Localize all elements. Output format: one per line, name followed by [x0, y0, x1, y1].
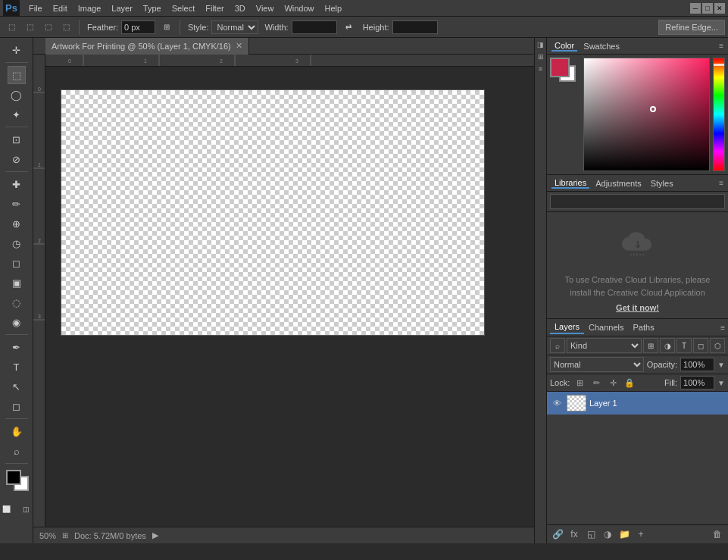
tool-shape[interactable]: ◻	[8, 397, 26, 415]
swap-dimensions-btn[interactable]: ⇄	[340, 19, 357, 36]
foreground-color[interactable]	[6, 470, 21, 485]
kind-select[interactable]: Kind	[567, 338, 642, 353]
shape-icon[interactable]: ◻	[693, 338, 708, 353]
layers-panel-menu[interactable]: ≡	[720, 324, 725, 332]
tool-path-select[interactable]: ↖	[8, 377, 26, 396]
refine-edge-button[interactable]: Refine Edge...	[658, 20, 725, 35]
layer-mask-btn[interactable]: ◱	[583, 527, 598, 542]
panel-toggle-libraries[interactable]: ⊞	[536, 52, 546, 62]
styles-tab[interactable]: Styles	[648, 179, 676, 188]
tool-gradient[interactable]: ▣	[8, 274, 26, 292]
tool-crop[interactable]: ⊡	[8, 130, 26, 149]
libraries-search-input[interactable]	[550, 194, 725, 209]
menu-bar: Ps File Edit Image Layer Type Select Fil…	[0, 0, 728, 17]
canvas-checkerboard	[61, 90, 484, 335]
svg-text:2: 2	[220, 58, 223, 64]
lock-artboards-btn[interactable]: ✛	[606, 376, 620, 389]
panel-toggle-layers[interactable]: ≡	[536, 64, 546, 74]
layer-effects-btn[interactable]: fx	[567, 527, 582, 542]
lock-all-btn[interactable]: 🔒	[623, 376, 636, 389]
tool-history-brush[interactable]: ◷	[8, 234, 26, 252]
tool-option-btn-1[interactable]: ⬚	[3, 19, 20, 36]
tab-close-btn[interactable]: ✕	[236, 41, 242, 51]
color-gradient[interactable]	[583, 58, 710, 171]
opacity-dropdown[interactable]: ▼	[717, 361, 725, 369]
tool-blur[interactable]: ◌	[8, 293, 26, 311]
menu-window[interactable]: Window	[280, 2, 318, 14]
foreground-swatch[interactable]	[550, 58, 570, 77]
canvas-scroll-area[interactable]	[45, 67, 534, 527]
tool-move[interactable]: ✛	[8, 41, 26, 59]
lock-pixels-btn[interactable]: ⊞	[573, 376, 586, 389]
color-panel-header: Color Swatches ≡	[547, 38, 728, 55]
hue-bar[interactable]	[713, 58, 725, 171]
menu-edit[interactable]: Edit	[48, 2, 72, 14]
doc-info-arrow[interactable]: ▶	[152, 530, 158, 540]
menu-file[interactable]: File	[24, 2, 47, 14]
menu-3d[interactable]: 3D	[230, 2, 250, 14]
new-adjustment-btn[interactable]: ◑	[600, 527, 615, 542]
canvas-tab-active[interactable]: Artwork For Printing @ 50% (Layer 1, CMY…	[45, 38, 249, 55]
minimize-button[interactable]: ─	[690, 3, 701, 14]
tool-brush[interactable]: ✏	[8, 195, 26, 213]
layer-item-0[interactable]: 👁 Layer 1	[547, 392, 728, 415]
feather-input[interactable]	[121, 20, 155, 34]
quick-mask-btn[interactable]: ⬜	[0, 500, 16, 518]
style-select[interactable]: Normal	[211, 20, 258, 34]
swatches-tab[interactable]: Swatches	[580, 42, 623, 51]
width-input[interactable]	[292, 20, 337, 34]
menu-image[interactable]: Image	[73, 2, 106, 14]
delete-layer-btn[interactable]: 🗑	[710, 527, 725, 542]
lock-position-btn[interactable]: ✏	[589, 376, 603, 389]
tool-option-btn-2[interactable]: ⬚	[21, 19, 38, 36]
tool-option-btn-3[interactable]: ⬚	[39, 19, 56, 36]
libraries-panel-menu[interactable]: ≡	[719, 179, 723, 187]
tool-dodge[interactable]: ◉	[8, 313, 26, 331]
tool-magic-wand[interactable]: ✦	[8, 105, 26, 124]
fill-input[interactable]	[680, 376, 714, 389]
layers-tab-paths[interactable]: Paths	[629, 321, 659, 333]
opacity-input[interactable]	[680, 358, 714, 371]
maximize-button[interactable]: □	[702, 3, 713, 14]
blend-mode-select[interactable]: Normal	[550, 357, 644, 372]
libraries-tab[interactable]: Libraries	[551, 178, 589, 189]
screen-mode-btn[interactable]: ◫	[17, 500, 34, 518]
tool-option-btn-4[interactable]: ⬚	[58, 19, 74, 36]
adjustment-icon[interactable]: ◑	[660, 338, 675, 353]
layers-tab-channels[interactable]: Channels	[584, 321, 628, 333]
fill-label: Fill:	[664, 378, 677, 387]
tool-zoom[interactable]: ⌕	[8, 442, 26, 460]
adjustments-tab[interactable]: Adjustments	[592, 179, 645, 188]
tool-healing[interactable]: ✚	[8, 175, 26, 193]
tool-pen[interactable]: ✒	[8, 338, 26, 356]
menu-help[interactable]: Help	[320, 2, 347, 14]
menu-select[interactable]: Select	[167, 2, 200, 14]
close-button[interactable]: ✕	[714, 3, 725, 14]
get-now-link[interactable]: Get it now!	[616, 303, 659, 312]
smart-object-icon[interactable]: ⬡	[710, 338, 725, 353]
layers-tab-layers[interactable]: Layers	[550, 321, 584, 334]
menu-layer[interactable]: Layer	[107, 2, 137, 14]
height-input[interactable]	[392, 20, 438, 34]
menu-filter[interactable]: Filter	[201, 2, 228, 14]
new-layer-btn[interactable]: +	[633, 527, 648, 542]
tool-marquee-rect[interactable]: ⬚	[8, 66, 26, 84]
link-layers-btn[interactable]: 🔗	[550, 527, 565, 542]
panel-toggle-color[interactable]: ◨	[536, 39, 546, 50]
pixel-icon[interactable]: ⊞	[643, 338, 658, 353]
layer-visibility-0[interactable]: 👁	[550, 396, 564, 410]
menu-view[interactable]: View	[252, 2, 279, 14]
color-tab[interactable]: Color	[551, 41, 577, 52]
feather-btn[interactable]: ⊞	[158, 19, 175, 36]
menu-type[interactable]: Type	[139, 2, 166, 14]
type-icon[interactable]: T	[676, 338, 692, 353]
tool-eraser[interactable]: ◻	[8, 254, 26, 272]
tool-lasso[interactable]: ◯	[8, 86, 26, 104]
tool-text[interactable]: T	[8, 358, 26, 376]
tool-eyedropper[interactable]: ⊘	[8, 150, 26, 168]
tool-hand[interactable]: ✋	[8, 422, 26, 440]
tool-stamp[interactable]: ⊕	[8, 214, 26, 233]
new-group-btn[interactable]: 📁	[617, 527, 632, 542]
color-panel-menu[interactable]: ≡	[719, 42, 723, 50]
fill-dropdown[interactable]: ▼	[717, 379, 725, 387]
